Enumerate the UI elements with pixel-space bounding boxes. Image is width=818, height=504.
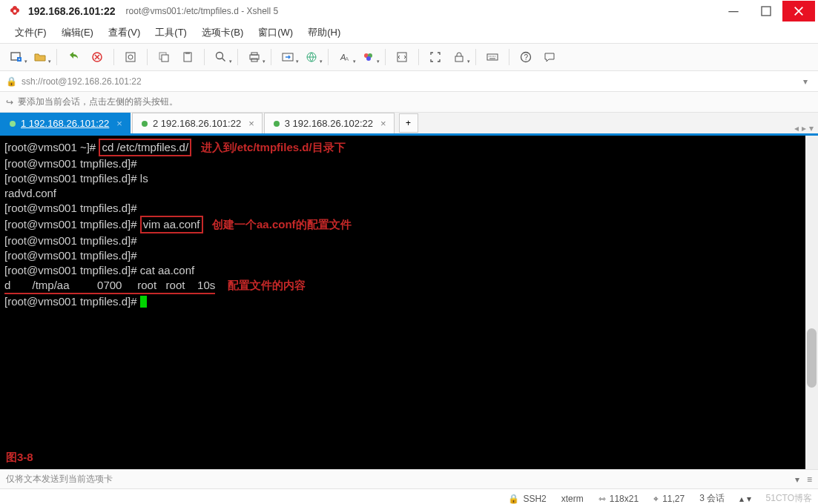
menu-help[interactable]: 帮助(H) — [300, 23, 348, 42]
compose-bar: 仅将文本发送到当前选项卡 ▾ ≡ — [0, 469, 818, 488]
tab-nav-left-icon[interactable]: ◂ — [794, 123, 799, 133]
menu-tabs[interactable]: 选项卡(B) — [194, 23, 251, 42]
compose-placeholder[interactable]: 仅将文本发送到当前选项卡 — [6, 473, 113, 485]
keyboard-button[interactable] — [482, 47, 503, 67]
tab-close-button[interactable]: × — [248, 118, 254, 129]
lock-button[interactable]: ▾ — [449, 47, 469, 67]
chat-button[interactable] — [539, 47, 560, 67]
properties-button[interactable] — [120, 47, 141, 67]
tab-label: 2 192.168.26.101:22 — [153, 118, 241, 129]
window-subtitle: root@vms001:/etc/tmpfiles.d - Xshell 5 — [126, 6, 279, 16]
menu-view[interactable]: 查看(V) — [101, 23, 148, 42]
status-cursor: ⌖11,27 — [653, 494, 685, 504]
help-button[interactable]: ? — [515, 47, 536, 67]
menu-window[interactable]: 窗口(W) — [251, 23, 300, 42]
svg-text:?: ? — [524, 53, 529, 62]
command-highlight: cd /etc/tmpfiles.d/ — [99, 139, 191, 156]
annotation: 进入到/etc/tmpfiles.d/目录下 — [201, 141, 346, 153]
compose-menu-icon[interactable]: ≡ — [807, 474, 812, 485]
new-tab-button[interactable]: + — [399, 113, 418, 133]
session-tab-3[interactable]: 3 192.168.26.102:22 × — [264, 113, 395, 133]
status-dot-icon — [142, 121, 148, 127]
tab-label: 3 192.168.26.102:22 — [285, 118, 373, 129]
paste-button[interactable] — [177, 47, 198, 67]
globe-button[interactable]: ▾ — [301, 47, 322, 67]
tab-menu-icon[interactable]: ▾ — [809, 123, 814, 133]
tab-bar: 1 192.168.26.101:22 × 2 192.168.26.101:2… — [0, 113, 818, 136]
compose-dropdown-icon[interactable]: ▾ — [795, 474, 799, 485]
svg-point-12 — [217, 53, 223, 59]
session-tab-1[interactable]: 1 192.168.26.101:22 × — [0, 113, 131, 133]
window-title: 192.168.26.101:22 — [28, 5, 116, 17]
status-dot-icon — [274, 121, 280, 127]
address-bar: 🔒 ssh://root@192.168.26.101:22 ▾ — [0, 71, 818, 92]
maximize-button[interactable] — [750, 1, 782, 21]
annotation: 创建一个aa.conf的配置文件 — [212, 218, 352, 231]
status-sessions: 3 会话 — [699, 492, 725, 504]
watermark: 51CTO博客 — [766, 492, 812, 504]
figure-label: 图3-8 — [6, 450, 33, 465]
app-icon — [9, 5, 21, 17]
command-highlight: vim aa.conf — [140, 216, 203, 233]
reconnect-button[interactable] — [63, 47, 84, 67]
status-size: ⇿118x21 — [598, 494, 639, 504]
fullscreen-button[interactable] — [425, 47, 446, 67]
menu-file[interactable]: 文件(F) — [7, 23, 54, 42]
hint-bar: ↪ 要添加当前会话，点击左侧的箭头按钮。 — [0, 92, 818, 113]
content-underline: d /tmp/aa 0700 root root 10s — [4, 278, 215, 294]
title-bar: 192.168.26.101:22 root@vms001:/etc/tmpfi… — [0, 0, 818, 22]
svg-rect-11 — [185, 52, 190, 54]
menu-tools[interactable]: 工具(T) — [148, 23, 194, 42]
session-tab-2[interactable]: 2 192.168.26.101:22 × — [132, 113, 263, 133]
terminal-scrollbar[interactable] — [805, 136, 818, 469]
toolbar: ▾ ▾ ▾ ▾ ▾ ▾ AA▾ ▾ ▾ ? — [0, 43, 818, 71]
svg-rect-6 — [126, 53, 135, 62]
copy-button[interactable] — [154, 47, 174, 67]
script-button[interactable] — [392, 47, 412, 67]
svg-rect-9 — [162, 55, 168, 62]
search-button[interactable]: ▾ — [211, 47, 231, 67]
svg-rect-2 — [762, 7, 771, 16]
menu-edit[interactable]: 编辑(E) — [54, 23, 101, 42]
status-nav[interactable]: ▴ ▾ — [739, 494, 751, 504]
svg-rect-24 — [455, 56, 463, 62]
status-term: xterm — [561, 494, 584, 504]
minimize-button[interactable] — [717, 1, 750, 21]
address-dropdown[interactable]: ▾ — [799, 76, 812, 87]
terminal-cursor — [140, 296, 147, 308]
tab-nav-right-icon[interactable]: ▸ — [802, 123, 806, 133]
address-url[interactable]: ssh://root@192.168.26.101:22 — [22, 76, 142, 87]
svg-rect-25 — [487, 54, 498, 60]
svg-point-22 — [366, 56, 371, 61]
terminal-pane[interactable]: [root@vms001 ~]# cd /etc/tmpfiles.d/ 进入到… — [0, 136, 818, 469]
color-button[interactable]: ▾ — [358, 47, 379, 67]
svg-rect-1 — [728, 11, 738, 12]
hint-text: 要添加当前会话，点击左侧的箭头按钮。 — [18, 96, 178, 108]
tab-close-button[interactable]: × — [380, 118, 386, 129]
status-protocol: 🔒SSH2 — [508, 494, 546, 504]
svg-point-0 — [13, 10, 16, 13]
font-button[interactable]: AA▾ — [334, 47, 355, 67]
status-dot-icon — [10, 121, 16, 127]
scrollbar-thumb[interactable] — [807, 328, 817, 388]
close-button[interactable] — [782, 1, 815, 21]
print-button[interactable]: ▾ — [244, 47, 265, 67]
svg-rect-14 — [251, 53, 257, 55]
hint-arrow-icon[interactable]: ↪ — [6, 97, 13, 107]
lock-icon: 🔒 — [6, 76, 17, 87]
disconnect-button[interactable] — [87, 47, 108, 67]
svg-rect-23 — [398, 53, 406, 62]
new-session-button[interactable]: ▾ — [6, 47, 27, 67]
annotation: 配置文件的内容 — [228, 279, 306, 291]
tab-label: 1 192.168.26.101:22 — [21, 118, 109, 129]
svg-point-7 — [128, 55, 133, 59]
status-bar: 🔒SSH2 xterm ⇿118x21 ⌖11,27 3 会话 ▴ ▾ 51CT… — [0, 488, 818, 504]
open-button[interactable]: ▾ — [30, 47, 50, 67]
svg-text:A: A — [345, 56, 349, 62]
tab-close-button[interactable]: × — [116, 118, 122, 129]
transfer-button[interactable]: ▾ — [277, 47, 298, 67]
menu-bar: 文件(F) 编辑(E) 查看(V) 工具(T) 选项卡(B) 窗口(W) 帮助(… — [0, 22, 818, 43]
